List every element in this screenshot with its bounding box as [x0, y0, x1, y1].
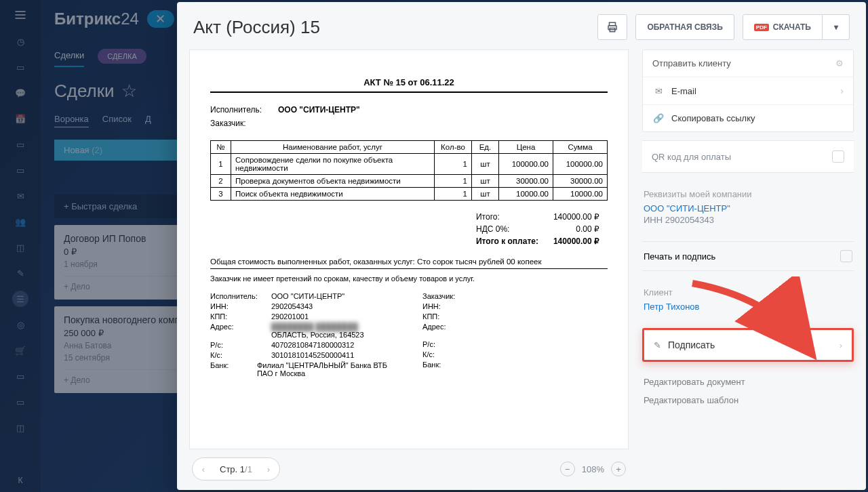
zoom-level: 108%: [582, 464, 604, 474]
link-icon: 🔗: [652, 113, 665, 123]
chevron-right-icon: ›: [840, 340, 842, 350]
feedback-button[interactable]: ОБРАТНАЯ СВЯЗЬ: [635, 14, 734, 40]
stamp-row[interactable]: Печать и подпись: [642, 241, 854, 271]
qr-row[interactable]: QR код для оплаты: [642, 140, 854, 173]
doc-totals: Итого:140000.00 ₽ НДС 0%:0.00 ₽ Итого к …: [210, 210, 608, 248]
download-dropdown[interactable]: ▾: [823, 14, 850, 40]
requisites-block: Реквизиты моей компании ООО "СИТИ-ЦЕНТР"…: [642, 181, 854, 233]
page-next[interactable]: ›: [258, 458, 279, 480]
doc-details: Исполнитель:ООО "СИТИ-ЦЕНТР" ИНН:2902054…: [210, 292, 608, 380]
client-link[interactable]: Петр Тихонов: [644, 302, 852, 312]
pdf-badge: PDF: [754, 24, 769, 31]
sign-box: ✎ Подписать ›: [642, 328, 854, 362]
print-button[interactable]: [597, 14, 627, 40]
document-panel: Акт (Россия) 15 ОБРАТНАЯ СВЯЗЬ PDF СКАЧА…: [177, 2, 866, 490]
table-row: 1Сопровождение сделки по покупке объекта…: [211, 154, 608, 175]
side-panel: Отправить клиенту ⚙ ✉ E-mail › 🔗 Скопиро…: [642, 49, 854, 480]
gear-icon[interactable]: ⚙: [835, 58, 844, 68]
mail-icon: ✉: [652, 86, 665, 96]
document-column: АКТ № 15 от 06.11.22 Исполнитель:ООО "СИ…: [189, 49, 629, 480]
checkbox[interactable]: [832, 150, 844, 163]
download-button[interactable]: PDF СКАЧАТЬ: [743, 14, 823, 40]
panel-header: Акт (Россия) 15 ОБРАТНАЯ СВЯЗЬ PDF СКАЧА…: [177, 2, 866, 49]
send-box: Отправить клиенту ⚙ ✉ E-mail › 🔗 Скопиро…: [642, 49, 854, 132]
table-row: 3Поиск объекта недвижимости1шт10000.0010…: [211, 188, 608, 201]
doc-sum-words: Общая стоимость выполненных работ, оказа…: [210, 258, 608, 269]
doc-table: № Наименование работ, услуг Кол-во Ед. Ц…: [210, 140, 608, 201]
zoom-control: − 108% +: [560, 462, 626, 476]
document-page: АКТ № 15 от 06.11.22 Исполнитель:ООО "СИ…: [190, 50, 628, 407]
doc-title: АКТ № 15 от 06.11.22: [210, 77, 608, 93]
page-indicator: Стр. 1/1: [214, 464, 258, 474]
pen-icon: ✎: [654, 340, 661, 350]
send-email-row[interactable]: ✉ E-mail ›: [643, 77, 853, 104]
document-preview[interactable]: АКТ № 15 от 06.11.22 Исполнитель:ООО "СИ…: [189, 49, 629, 449]
client-block: Клиент Петр Тихонов: [642, 279, 854, 320]
doc-noclaim: Заказчик не имеет претензий по срокам, к…: [210, 274, 608, 283]
edit-links: Редактировать документ Редактировать шаб…: [642, 370, 854, 412]
company-link[interactable]: ООО "СИТИ-ЦЕНТР": [644, 203, 852, 213]
sign-button[interactable]: ✎ Подписать ›: [644, 330, 852, 360]
edit-doc-link[interactable]: Редактировать документ: [644, 373, 852, 391]
chevron-right-icon: ›: [840, 85, 844, 96]
page-control: ‹ Стр. 1/1 ›: [192, 457, 280, 480]
panel-title: Акт (Россия) 15: [193, 17, 589, 38]
pager: ‹ Стр. 1/1 › − 108% +: [189, 449, 629, 480]
page-prev[interactable]: ‹: [193, 458, 214, 480]
zoom-out[interactable]: −: [560, 462, 575, 476]
send-box-header: Отправить клиенту ⚙: [643, 50, 853, 77]
edit-tpl-link[interactable]: Редактировать шаблон: [644, 391, 852, 409]
printer-icon: [606, 21, 618, 33]
table-row: 2Проверка документов объекта недвижимост…: [211, 175, 608, 188]
copy-link-row[interactable]: 🔗 Скопировать ссылку: [643, 104, 853, 131]
zoom-in[interactable]: +: [611, 462, 626, 476]
checkbox[interactable]: [840, 250, 852, 262]
